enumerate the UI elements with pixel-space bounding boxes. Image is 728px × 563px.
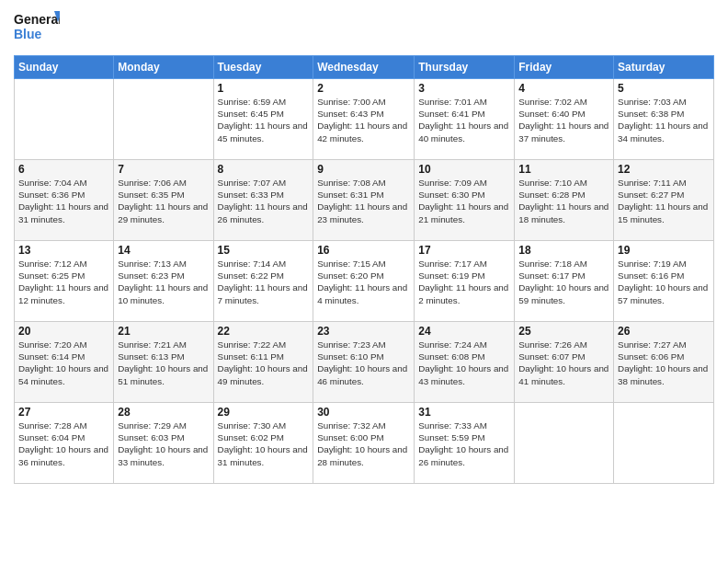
day-info: Sunrise: 7:07 AM Sunset: 6:33 PM Dayligh… <box>218 177 310 225</box>
day-number: 8 <box>218 163 310 176</box>
calendar-cell: 15Sunrise: 7:14 AM Sunset: 6:22 PM Dayli… <box>213 241 313 322</box>
calendar-cell: 22Sunrise: 7:22 AM Sunset: 6:11 PM Dayli… <box>213 322 313 403</box>
header-day-wednesday: Wednesday <box>313 56 415 79</box>
day-info: Sunrise: 7:30 AM Sunset: 6:02 PM Dayligh… <box>218 419 310 468</box>
day-info: Sunrise: 7:21 AM Sunset: 6:13 PM Dayligh… <box>118 339 209 387</box>
calendar-cell: 14Sunrise: 7:13 AM Sunset: 6:23 PM Dayli… <box>114 241 213 322</box>
day-number: 28 <box>118 406 209 419</box>
day-info: Sunrise: 7:06 AM Sunset: 6:35 PM Dayligh… <box>118 177 209 225</box>
day-number: 26 <box>618 325 710 338</box>
calendar-cell: 30Sunrise: 7:32 AM Sunset: 6:00 PM Dayli… <box>313 403 415 484</box>
calendar-cell: 19Sunrise: 7:19 AM Sunset: 6:16 PM Dayli… <box>614 241 714 322</box>
calendar-cell: 21Sunrise: 7:21 AM Sunset: 6:13 PM Dayli… <box>114 322 213 403</box>
day-info: Sunrise: 7:19 AM Sunset: 6:16 PM Dayligh… <box>618 258 710 306</box>
calendar-cell: 11Sunrise: 7:10 AM Sunset: 6:28 PM Dayli… <box>515 160 614 241</box>
calendar-cell: 16Sunrise: 7:15 AM Sunset: 6:20 PM Dayli… <box>313 241 415 322</box>
day-number: 14 <box>118 244 209 257</box>
day-number: 9 <box>317 163 410 176</box>
day-info: Sunrise: 7:02 AM Sunset: 6:40 PM Dayligh… <box>518 96 609 144</box>
page: General Blue SundayMondayTuesdayWednesda… <box>0 0 728 563</box>
day-info: Sunrise: 7:11 AM Sunset: 6:27 PM Dayligh… <box>618 177 710 225</box>
header-day-friday: Friday <box>515 56 614 79</box>
day-number: 19 <box>618 244 710 257</box>
day-number: 15 <box>218 244 310 257</box>
day-number: 10 <box>418 163 510 176</box>
header-day-sunday: Sunday <box>15 56 114 79</box>
calendar-cell <box>515 403 614 484</box>
day-info: Sunrise: 7:32 AM Sunset: 6:00 PM Dayligh… <box>317 419 410 468</box>
day-number: 5 <box>618 82 710 95</box>
header-day-monday: Monday <box>114 56 213 79</box>
calendar-cell: 5Sunrise: 7:03 AM Sunset: 6:38 PM Daylig… <box>614 79 714 160</box>
day-info: Sunrise: 7:27 AM Sunset: 6:06 PM Dayligh… <box>618 339 710 387</box>
calendar-cell <box>15 79 114 160</box>
calendar-cell: 4Sunrise: 7:02 AM Sunset: 6:40 PM Daylig… <box>515 79 614 160</box>
calendar-cell <box>614 403 714 484</box>
day-number: 18 <box>518 244 609 257</box>
day-number: 4 <box>518 82 609 95</box>
header-row: SundayMondayTuesdayWednesdayThursdayFrid… <box>15 56 714 79</box>
day-number: 6 <box>18 163 109 176</box>
day-info: Sunrise: 7:03 AM Sunset: 6:38 PM Dayligh… <box>618 96 710 144</box>
day-number: 25 <box>518 325 609 338</box>
day-info: Sunrise: 7:09 AM Sunset: 6:30 PM Dayligh… <box>418 177 510 225</box>
day-number: 29 <box>218 406 310 419</box>
calendar-cell: 12Sunrise: 7:11 AM Sunset: 6:27 PM Dayli… <box>614 160 714 241</box>
week-row-2: 6Sunrise: 7:04 AM Sunset: 6:36 PM Daylig… <box>15 160 714 241</box>
day-info: Sunrise: 7:26 AM Sunset: 6:07 PM Dayligh… <box>518 339 609 387</box>
svg-text:Blue: Blue <box>14 27 42 41</box>
calendar-cell: 1Sunrise: 6:59 AM Sunset: 6:45 PM Daylig… <box>213 79 313 160</box>
day-info: Sunrise: 7:22 AM Sunset: 6:11 PM Dayligh… <box>218 339 310 387</box>
day-number: 13 <box>18 244 109 257</box>
calendar-cell: 10Sunrise: 7:09 AM Sunset: 6:30 PM Dayli… <box>415 160 515 241</box>
calendar-cell: 17Sunrise: 7:17 AM Sunset: 6:19 PM Dayli… <box>415 241 515 322</box>
day-number: 16 <box>317 244 410 257</box>
day-info: Sunrise: 7:01 AM Sunset: 6:41 PM Dayligh… <box>418 96 510 144</box>
day-info: Sunrise: 7:12 AM Sunset: 6:25 PM Dayligh… <box>18 258 109 306</box>
header-day-tuesday: Tuesday <box>213 56 313 79</box>
calendar-cell: 23Sunrise: 7:23 AM Sunset: 6:10 PM Dayli… <box>313 322 415 403</box>
week-row-3: 13Sunrise: 7:12 AM Sunset: 6:25 PM Dayli… <box>15 241 714 322</box>
day-info: Sunrise: 7:33 AM Sunset: 5:59 PM Dayligh… <box>418 419 510 468</box>
calendar-cell: 27Sunrise: 7:28 AM Sunset: 6:04 PM Dayli… <box>15 403 114 484</box>
calendar-cell: 20Sunrise: 7:20 AM Sunset: 6:14 PM Dayli… <box>15 322 114 403</box>
day-number: 11 <box>518 163 609 176</box>
calendar-cell: 2Sunrise: 7:00 AM Sunset: 6:43 PM Daylig… <box>313 79 415 160</box>
week-row-1: 1Sunrise: 6:59 AM Sunset: 6:45 PM Daylig… <box>15 79 714 160</box>
day-number: 1 <box>218 82 310 95</box>
day-info: Sunrise: 7:23 AM Sunset: 6:10 PM Dayligh… <box>317 339 410 387</box>
day-number: 23 <box>317 325 410 338</box>
logo: General Blue <box>14 9 60 48</box>
day-info: Sunrise: 6:59 AM Sunset: 6:45 PM Dayligh… <box>218 96 310 144</box>
calendar-cell: 25Sunrise: 7:26 AM Sunset: 6:07 PM Dayli… <box>515 322 614 403</box>
day-number: 31 <box>418 406 510 419</box>
day-number: 20 <box>18 325 109 338</box>
day-number: 12 <box>618 163 710 176</box>
logo-svg: General Blue <box>14 9 60 48</box>
day-info: Sunrise: 7:08 AM Sunset: 6:31 PM Dayligh… <box>317 177 410 225</box>
day-info: Sunrise: 7:29 AM Sunset: 6:03 PM Dayligh… <box>118 419 209 468</box>
svg-text:General: General <box>14 12 60 27</box>
calendar-cell: 8Sunrise: 7:07 AM Sunset: 6:33 PM Daylig… <box>213 160 313 241</box>
calendar-cell: 18Sunrise: 7:18 AM Sunset: 6:17 PM Dayli… <box>515 241 614 322</box>
day-number: 22 <box>218 325 310 338</box>
header-day-thursday: Thursday <box>415 56 515 79</box>
day-info: Sunrise: 7:15 AM Sunset: 6:20 PM Dayligh… <box>317 258 410 306</box>
day-info: Sunrise: 7:24 AM Sunset: 6:08 PM Dayligh… <box>418 339 510 387</box>
calendar-cell: 29Sunrise: 7:30 AM Sunset: 6:02 PM Dayli… <box>213 403 313 484</box>
day-number: 27 <box>18 406 109 419</box>
calendar-cell: 9Sunrise: 7:08 AM Sunset: 6:31 PM Daylig… <box>313 160 415 241</box>
day-info: Sunrise: 7:28 AM Sunset: 6:04 PM Dayligh… <box>18 419 109 468</box>
calendar-cell: 7Sunrise: 7:06 AM Sunset: 6:35 PM Daylig… <box>114 160 213 241</box>
day-number: 2 <box>317 82 410 95</box>
calendar-cell: 31Sunrise: 7:33 AM Sunset: 5:59 PM Dayli… <box>415 403 515 484</box>
day-number: 24 <box>418 325 510 338</box>
calendar-cell: 24Sunrise: 7:24 AM Sunset: 6:08 PM Dayli… <box>415 322 515 403</box>
day-info: Sunrise: 7:10 AM Sunset: 6:28 PM Dayligh… <box>518 177 609 225</box>
day-info: Sunrise: 7:20 AM Sunset: 6:14 PM Dayligh… <box>18 339 109 387</box>
day-info: Sunrise: 7:04 AM Sunset: 6:36 PM Dayligh… <box>18 177 109 225</box>
day-number: 17 <box>418 244 510 257</box>
calendar-cell: 26Sunrise: 7:27 AM Sunset: 6:06 PM Dayli… <box>614 322 714 403</box>
header: General Blue <box>14 9 714 48</box>
day-number: 7 <box>118 163 209 176</box>
